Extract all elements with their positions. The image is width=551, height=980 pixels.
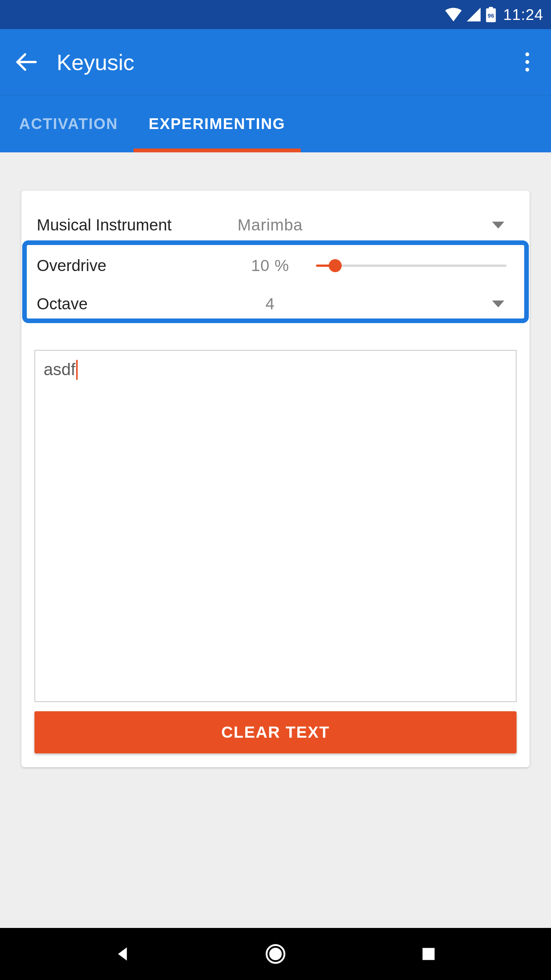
cell-signal-icon [466,8,481,21]
navigation-bar [0,928,551,980]
octave-value: 4 [224,295,316,313]
octave-label: Octave [37,295,224,313]
overdrive-slider[interactable] [316,265,514,267]
nav-home-button[interactable] [262,940,289,968]
overflow-menu-button[interactable] [514,48,541,76]
instrument-label: Musical Instrument [37,216,224,234]
tab-bar: ACTIVATION EXPERIMENTING [0,95,551,152]
battery-icon: 96 [486,7,496,22]
settings-card: Musical Instrument Marimba Overdrive 10 … [21,191,530,767]
instrument-value: Marimba [224,216,316,234]
overdrive-row: Overdrive 10 % [31,247,520,285]
svg-rect-5 [422,948,435,960]
instrument-row[interactable]: Musical Instrument Marimba [31,206,520,244]
octave-row[interactable]: Octave 4 [31,285,520,323]
tab-experimenting[interactable]: EXPERIMENTING [134,95,301,152]
chevron-down-icon [492,301,504,307]
overdrive-value: 10 % [224,256,316,275]
text-input[interactable]: asdf [34,350,517,702]
instrument-dropdown[interactable] [316,222,514,229]
status-time: 11:24 [503,6,543,23]
text-cursor [76,360,78,380]
svg-point-4 [269,948,282,960]
slider-thumb[interactable] [329,259,342,272]
status-bar: 96 11:24 [0,0,551,29]
battery-level: 96 [488,12,494,19]
wifi-icon [445,8,462,21]
app-title: Keyusic [57,49,134,75]
more-vert-icon [525,52,529,72]
chevron-down-icon [492,222,504,229]
clear-text-button[interactable]: CLEAR TEXT [34,711,517,753]
content-area: Musical Instrument Marimba Overdrive 10 … [0,152,551,767]
nav-recent-button[interactable] [415,940,442,968]
svg-rect-1 [489,7,493,9]
app-bar: Keyusic [0,29,551,95]
text-input-content: asdf [44,360,75,379]
text-area-container: asdf [31,350,520,702]
octave-dropdown[interactable] [316,301,514,307]
back-button[interactable] [11,47,41,77]
tab-activation[interactable]: ACTIVATION [4,95,134,152]
nav-back-button[interactable] [109,940,136,968]
overdrive-label: Overdrive [37,256,224,275]
